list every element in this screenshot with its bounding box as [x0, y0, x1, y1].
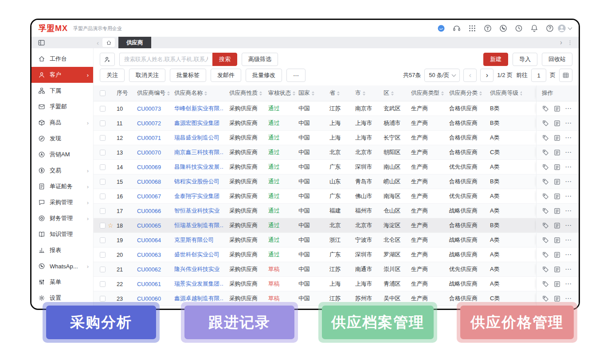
tag-icon[interactable] — [542, 193, 549, 200]
more-actions-icon[interactable]: ⋯ — [565, 119, 572, 127]
form-icon[interactable] — [553, 280, 561, 288]
sort-icon[interactable] — [337, 91, 340, 96]
form-icon[interactable] — [553, 105, 561, 112]
supplier-code-link[interactable]: CU00060 — [137, 295, 161, 302]
more-actions-icon[interactable]: ⋯ — [565, 280, 572, 288]
supplier-code-link[interactable]: CU00061 — [137, 281, 161, 287]
new-button[interactable]: 新建 — [483, 53, 508, 66]
send-mail-button[interactable]: 发邮件 — [211, 69, 241, 82]
tag-icon[interactable] — [542, 295, 549, 302]
bell-icon[interactable] — [530, 24, 539, 33]
more-actions-icon[interactable]: ⋯ — [565, 105, 572, 112]
form-icon[interactable] — [553, 120, 561, 127]
cloud-icon[interactable] — [437, 24, 446, 33]
row-checkbox[interactable] — [100, 237, 106, 243]
sort-icon[interactable] — [391, 91, 394, 96]
tag-icon[interactable] — [542, 222, 549, 229]
supplier-code-link[interactable]: CU00063 — [137, 252, 161, 258]
supplier-name-link[interactable]: 隆兴伟业科技实业 — [174, 266, 219, 273]
sidebar-item-customer[interactable]: 客户› — [31, 67, 93, 83]
supplier-code-link[interactable]: CU00071 — [137, 135, 161, 141]
prev-page-button[interactable]: ‹ — [463, 69, 477, 82]
supplier-name-link[interactable]: 华峰创新实业有限… — [174, 105, 224, 112]
avatar[interactable] — [557, 23, 567, 33]
form-icon[interactable] — [553, 266, 561, 273]
supplier-name-link[interactable]: 恒瑞基业制造有限… — [174, 222, 224, 229]
more-actions-icon[interactable]: ⋯ — [565, 236, 572, 244]
supplier-code-link[interactable]: CU00070 — [137, 149, 161, 156]
form-icon[interactable] — [553, 193, 561, 200]
select-all-checkbox[interactable] — [100, 90, 106, 96]
supplier-code-link[interactable]: CU00065 — [137, 222, 161, 229]
supplier-name-link[interactable]: 鑫源宏图实业集团 — [174, 120, 219, 127]
supplier-code-link[interactable]: CU00072 — [137, 120, 161, 127]
tab-suppliers[interactable]: 供应商 — [118, 37, 151, 48]
more-actions-icon[interactable]: ⋯ — [565, 265, 572, 273]
table-row[interactable]: 13CU00070南京鑫三科技有限…采购供应商通过中国北京北京市朝阳区生产商合格… — [94, 145, 579, 160]
tab-more-icon[interactable] — [567, 39, 573, 46]
sidebar-item-whatsapp[interactable]: WhatsAp...› — [31, 258, 93, 274]
supplier-name-link[interactable]: 盛世科创实业公司 — [174, 251, 219, 259]
supplier-name-link[interactable]: 锦程实业股份公司 — [174, 178, 219, 186]
row-checkbox[interactable] — [100, 150, 106, 155]
column-settings-button[interactable] — [559, 69, 572, 82]
table-row[interactable]: 12CU00071瑞昌盛业制造公司采购供应商通过中国上海上海市长宁区生产商合格供… — [94, 131, 579, 145]
supplier-code-link[interactable]: CU00062 — [137, 266, 161, 273]
circle-t-icon[interactable] — [483, 24, 492, 33]
sort-icon[interactable] — [479, 91, 482, 96]
sort-icon[interactable] — [363, 91, 365, 96]
row-checkbox[interactable] — [100, 135, 106, 141]
star-icon[interactable]: ☆ — [108, 222, 114, 228]
supplier-name-link[interactable]: 瑞昌盛业制造公司 — [174, 134, 219, 142]
sort-icon[interactable] — [293, 91, 295, 96]
table-row[interactable]: 10CU00073华峰创新实业有限…采购供应商通过中国江苏南京市玄武区生产商合格… — [94, 101, 579, 116]
tag-icon[interactable] — [542, 207, 549, 215]
tag-icon[interactable] — [542, 178, 549, 186]
bulk-edit-button[interactable]: 批量修改 — [246, 69, 282, 82]
history-icon[interactable] — [514, 24, 523, 33]
tag-icon[interactable] — [542, 105, 549, 112]
form-icon[interactable] — [553, 251, 561, 259]
form-icon[interactable] — [553, 295, 561, 302]
sort-icon[interactable] — [312, 91, 314, 96]
tag-icon[interactable] — [542, 134, 549, 142]
tag-icon[interactable] — [542, 266, 549, 273]
table-row[interactable]: 22CU00061瑞景实业发展集团…采购供应商草稿中国上海上海市青浦区生产商战略… — [94, 277, 579, 291]
row-checkbox[interactable] — [100, 252, 106, 258]
sidebar-item-finance-mgmt[interactable]: 财务管理› — [31, 210, 93, 226]
sidebar-item-purchase-mgmt[interactable]: 采购管理› — [31, 194, 93, 210]
unfollow-button[interactable]: 取消关注 — [129, 69, 165, 82]
import-button[interactable]: 导入 — [513, 53, 537, 66]
table-row[interactable]: 11CU00072鑫源宏图实业集团采购供应商通过中国上海上海市杨浦市生产商合格供… — [94, 116, 579, 131]
page-size-select[interactable]: 50 条/页 — [424, 69, 460, 82]
app-logo[interactable]: 孚盟 MX — [39, 23, 68, 34]
tag-icon[interactable] — [542, 251, 549, 259]
sort-icon[interactable] — [520, 91, 522, 96]
tag-icon[interactable] — [542, 149, 549, 156]
sidebar-item-products[interactable]: 商品› — [31, 115, 93, 131]
sidebar-item-marketing-am[interactable]: 营销AM — [31, 147, 93, 163]
tab-forward-icon[interactable]: › — [560, 39, 562, 46]
sidebar-item-subordinate[interactable]: 下属 — [31, 83, 93, 99]
row-checkbox[interactable] — [100, 106, 106, 112]
more-actions-icon[interactable]: ⋯ — [565, 134, 572, 142]
supplier-name-link[interactable]: 金泰翔宇实业集团 — [174, 193, 219, 200]
supplier-name-link[interactable]: 智恒基业科技实业 — [174, 207, 219, 215]
goto-page-input[interactable] — [531, 69, 546, 82]
more-actions-icon[interactable]: ⋯ — [565, 294, 572, 302]
apps-grid-icon[interactable] — [468, 24, 477, 33]
circle-question-icon[interactable] — [545, 24, 554, 33]
supplier-name-link[interactable]: 鑫源卓越制造有限… — [174, 295, 224, 302]
row-checkbox[interactable] — [100, 281, 106, 287]
row-checkbox[interactable] — [100, 223, 106, 228]
supplier-code-link[interactable]: CU00064 — [137, 237, 161, 244]
sort-icon[interactable] — [204, 91, 207, 96]
sort-icon[interactable] — [259, 91, 262, 96]
search-input[interactable] — [119, 53, 212, 66]
tag-icon[interactable] — [542, 280, 549, 288]
more-actions-icon[interactable]: ⋯ — [565, 221, 572, 229]
sidebar-collapse-icon[interactable] — [38, 39, 45, 46]
tag-icon[interactable] — [542, 120, 549, 127]
row-checkbox[interactable] — [100, 179, 106, 185]
sidebar-item-trade[interactable]: 交易› — [31, 163, 93, 178]
